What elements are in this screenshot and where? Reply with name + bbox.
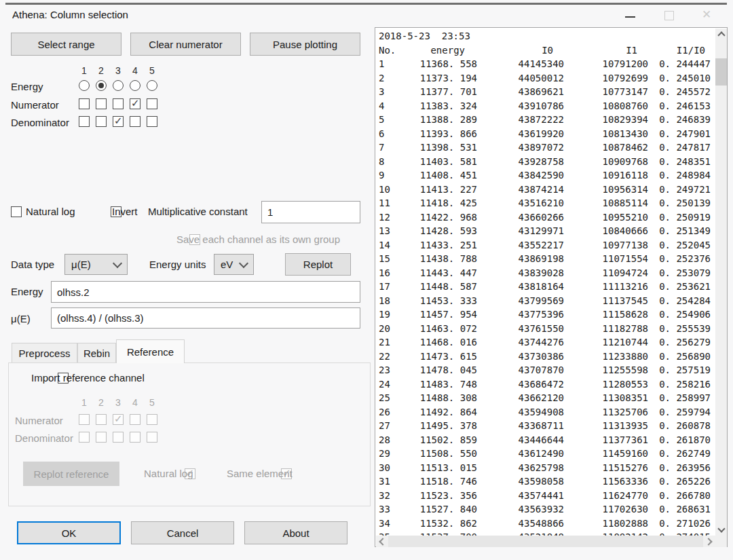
table-cell: 0. 263956 — [652, 461, 715, 475]
table-cell: 43660266 — [481, 210, 568, 225]
table-row: 3211523. 35643574441116247700. 266780 — [377, 489, 715, 503]
ref-natural-log-label: Natural log — [144, 468, 193, 479]
natural-log-checkbox[interactable] — [11, 206, 22, 217]
table-cell: 32 — [377, 489, 405, 503]
table-cell: 43730386 — [481, 350, 568, 364]
minimize-icon[interactable] — [625, 16, 635, 18]
table-cell: 11478. 045 — [405, 363, 481, 377]
table-cell: 10878462 — [568, 141, 652, 155]
energy-radio-col-3[interactable] — [113, 80, 124, 91]
table-cell: 3 — [377, 85, 405, 99]
scroll-right-button[interactable] — [704, 536, 715, 547]
table-cell: 11094724 — [568, 266, 652, 280]
energy-units-select[interactable]: eV — [214, 254, 254, 275]
table-row: 611393. 86643619920108134300. 247901 — [377, 127, 715, 141]
scroll-down-button[interactable] — [715, 524, 727, 536]
denominator-checkbox-col-1[interactable] — [79, 116, 90, 127]
numerator-checkbox-col-1[interactable] — [79, 98, 90, 109]
multiplicative-constant-input[interactable] — [261, 201, 360, 223]
table-cell: 28 — [377, 433, 405, 447]
maximize-icon[interactable] — [664, 11, 674, 20]
table-cell: 10956314 — [568, 183, 652, 197]
column-numbers: 12345 — [79, 65, 157, 76]
ref-denominator-checkbox-col-3 — [113, 432, 124, 443]
energy-radio-col-4[interactable] — [130, 80, 140, 91]
table-row: 2311478. 04543707870112555980. 257519 — [377, 363, 715, 377]
ref-denominator-checkbox-col-2 — [96, 432, 107, 443]
numerator-checkbox-col-4[interactable] — [130, 98, 140, 109]
table-cell: 0. 256890 — [652, 350, 715, 364]
table-cell: 15 — [377, 252, 405, 266]
table-row: 1211422. 96843660266109552100. 250919 — [377, 210, 715, 225]
horizontal-scrollbar[interactable] — [376, 536, 715, 547]
table-cell: 10813430 — [568, 127, 652, 141]
table-cell: 0. 255539 — [652, 322, 715, 336]
table-cell: 0. 260878 — [652, 419, 715, 433]
table-cell: 11433. 251 — [405, 238, 481, 253]
table-row: 2211473. 61543730386112338800. 256890 — [377, 350, 715, 364]
clear-numerator-button[interactable]: Clear numerator — [130, 33, 241, 56]
table-cell: 9 — [377, 168, 405, 183]
replot-button[interactable]: Replot — [285, 253, 351, 276]
table-cell: 43598058 — [481, 474, 568, 489]
tab-reference[interactable]: Reference — [116, 339, 185, 363]
vertical-scroll-thumb[interactable] — [715, 58, 727, 86]
ref-denominator-checkbox-col-1 — [79, 432, 90, 443]
header-no: No. — [377, 43, 405, 58]
table-cell: 43842590 — [481, 168, 568, 183]
ok-button[interactable]: OK — [17, 521, 121, 544]
denominator-checkbox-col-2[interactable] — [96, 116, 107, 127]
horizontal-scroll-thumb[interactable] — [388, 536, 703, 547]
vertical-scrollbar[interactable] — [715, 29, 727, 536]
ref-numerator-checkbox-col-1 — [79, 414, 90, 425]
table-cell: 24 — [377, 377, 405, 392]
table-cell: 44050012 — [481, 71, 568, 86]
table-cell: 11483. 748 — [405, 377, 481, 392]
table-cell: 11255598 — [568, 363, 652, 377]
scroll-up-button[interactable] — [715, 29, 727, 40]
table-row: 3111518. 74643598058115633360. 265226 — [377, 474, 715, 489]
table-cell: 11428. 593 — [405, 224, 481, 238]
numerator-checkbox-col-5[interactable] — [147, 98, 157, 109]
table-cell: 11383. 324 — [405, 99, 481, 113]
energy-units-label: Energy units — [149, 259, 206, 270]
table-cell: 11 — [377, 196, 405, 210]
tab-preprocess[interactable]: Preprocess — [12, 343, 77, 363]
pause-plotting-button[interactable]: Pause plotting — [250, 33, 360, 56]
window-top-edge — [5, 3, 727, 5]
denominator-checkbox-col-3[interactable] — [113, 116, 124, 127]
table-row: 1411433. 25143552217109771380. 252045 — [377, 238, 715, 253]
tab-rebin[interactable]: Rebin — [77, 343, 116, 363]
table-cell: 11418. 425 — [405, 196, 481, 210]
scroll-right-icon — [704, 538, 712, 545]
energy-radio-col-1[interactable] — [79, 80, 90, 91]
multiplicative-constant-label: Multiplicative constant — [148, 206, 248, 217]
numerator-checkbox-col-3[interactable] — [113, 98, 124, 109]
numerator-checkbox-col-2[interactable] — [96, 98, 107, 109]
table-header-row: No. energy I0 I1 I1/I0 — [377, 43, 715, 58]
energy-column-input[interactable] — [51, 281, 360, 303]
energy-radio-row — [79, 80, 157, 91]
ref-numerator-checkbox-col-2 — [96, 414, 107, 425]
numerator-checkbox-row — [79, 98, 157, 109]
denominator-checkbox-col-5[interactable] — [147, 116, 157, 127]
mu-column-input[interactable] — [51, 307, 360, 329]
table-cell: 8 — [377, 155, 405, 169]
energy-radio-col-2[interactable] — [96, 80, 107, 91]
about-button[interactable]: About — [244, 521, 347, 544]
data-preview-text: 2018-5-23 23:53 No. energy I0 I1 I1/I0 1… — [377, 29, 715, 536]
table-cell: 19 — [377, 307, 405, 322]
energy-radio-col-5[interactable] — [147, 80, 157, 91]
table-cell: 0. 257519 — [652, 363, 715, 377]
table-cell: 11463. 072 — [405, 322, 481, 336]
select-range-button[interactable]: Select range — [11, 33, 121, 56]
data-type-select[interactable]: μ(E) — [64, 254, 128, 275]
cancel-button[interactable]: Cancel — [131, 521, 234, 544]
scroll-up-icon — [717, 31, 725, 39]
close-icon[interactable]: ✕ — [702, 7, 711, 22]
ref-numerator-checkbox-col-5 — [147, 414, 157, 425]
denominator-checkbox-col-4[interactable] — [130, 116, 140, 127]
scroll-left-button[interactable] — [376, 536, 388, 547]
table-cell: 11113216 — [568, 280, 652, 294]
table-cell: 23 — [377, 363, 405, 377]
